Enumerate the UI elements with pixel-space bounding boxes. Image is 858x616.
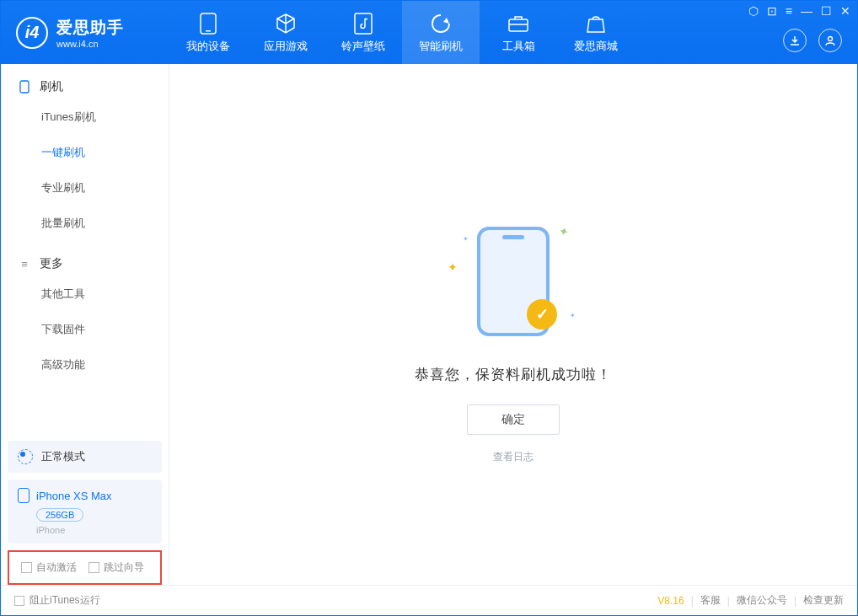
footer-service-link[interactable]: 客服 <box>700 593 721 608</box>
sidebar-header-flash: 刷机 <box>1 79 169 99</box>
main-panel: ✦ ✦ ✦ ✦ ✓ 恭喜您，保资料刷机成功啦！ 确定 查看日志 <box>169 64 857 585</box>
menu-icon[interactable]: ≡ <box>786 4 792 18</box>
sidebar-section-flash: 刷机 iTunes刷机 一键刷机 专业刷机 批量刷机 <box>1 64 169 241</box>
logo-icon: i4 <box>16 17 48 49</box>
header: i4 爱思助手 www.i4.cn 我的设备 应用游戏 铃声壁纸 智能刷机 工具… <box>1 1 857 64</box>
footer-update-link[interactable]: 检查更新 <box>803 593 844 608</box>
sidebar-item-batch[interactable]: 批量刷机 <box>1 206 169 241</box>
window-controls: ⬡ ⊡ ≡ — ☐ ✕ <box>748 4 850 18</box>
nav-toolbox[interactable]: 工具箱 <box>480 1 557 64</box>
sidebar-item-itunes[interactable]: iTunes刷机 <box>1 99 169 135</box>
checkbox-icon <box>88 562 99 573</box>
separator: | <box>691 595 694 607</box>
section-title: 更多 <box>40 256 63 271</box>
toolbox-icon <box>507 12 530 35</box>
footer: 阻止iTunes运行 V8.16 | 客服 | 微信公众号 | 检查更新 <box>1 585 857 615</box>
nav-label: 我的设备 <box>186 39 230 54</box>
check-block-itunes[interactable]: 阻止iTunes运行 <box>14 593 100 608</box>
mode-row[interactable]: 正常模式 <box>8 441 162 473</box>
success-illustration: ✦ ✦ ✦ ✦ ✓ <box>437 218 589 345</box>
nav-tabs: 我的设备 应用游戏 铃声壁纸 智能刷机 工具箱 爱思商城 <box>169 1 635 64</box>
device-icon <box>18 488 29 503</box>
user-icon[interactable] <box>818 29 842 52</box>
nav-label: 智能刷机 <box>419 39 463 54</box>
sidebar-bottom: 正常模式 iPhone XS Max 256GB iPhone 自动激活 跳过向… <box>1 441 169 585</box>
music-file-icon <box>351 12 375 35</box>
refresh-shield-icon <box>429 12 453 35</box>
footer-wechat-link[interactable]: 微信公众号 <box>737 593 787 608</box>
view-log-link[interactable]: 查看日志 <box>493 450 534 464</box>
maximize-icon[interactable]: ☐ <box>821 4 832 18</box>
device-capacity: 256GB <box>36 508 83 522</box>
check-skip-guide[interactable]: 跳过向导 <box>88 560 144 575</box>
checkbox-icon <box>14 596 24 606</box>
phone-icon <box>196 12 220 35</box>
device-type: iPhone <box>36 525 152 535</box>
success-message: 恭喜您，保资料刷机成功啦！ <box>415 365 612 384</box>
body: 刷机 iTunes刷机 一键刷机 专业刷机 批量刷机 ≡ 更多 其他工具 下载固… <box>1 64 857 585</box>
device-row[interactable]: iPhone XS Max 256GB iPhone <box>8 479 162 544</box>
nav-label: 工具箱 <box>502 39 535 54</box>
sidebar: 刷机 iTunes刷机 一键刷机 专业刷机 批量刷机 ≡ 更多 其他工具 下载固… <box>1 64 169 585</box>
sidebar-checks: 自动激活 跳过向导 <box>8 550 162 585</box>
separator: | <box>727 595 730 607</box>
checkmark-badge-icon: ✓ <box>527 299 557 329</box>
svg-rect-1 <box>206 30 211 32</box>
header-right <box>783 29 842 52</box>
nav-flash[interactable]: 智能刷机 <box>402 1 480 64</box>
svg-rect-5 <box>20 81 29 93</box>
logo-text: 爱思助手 www.i4.cn <box>56 17 124 49</box>
svg-rect-3 <box>509 19 528 31</box>
sidebar-item-onekey[interactable]: 一键刷机 <box>1 135 169 170</box>
nav-ringtones[interactable]: 铃声壁纸 <box>324 1 402 64</box>
spark-icon: ✦ <box>448 260 458 274</box>
list-icon: ≡ <box>18 257 31 271</box>
nav-store[interactable]: 爱思商城 <box>557 1 635 64</box>
spark-icon: ✦ <box>463 235 469 243</box>
download-icon[interactable] <box>783 29 807 52</box>
bag-icon <box>584 12 608 35</box>
nav-label: 铃声壁纸 <box>341 39 385 54</box>
nav-my-device[interactable]: 我的设备 <box>169 1 247 64</box>
mode-label: 正常模式 <box>41 449 85 464</box>
phone-small-icon <box>18 80 31 94</box>
sidebar-header-more: ≡ 更多 <box>1 256 169 276</box>
close-icon[interactable]: ✕ <box>840 4 850 18</box>
version-label: V8.16 <box>657 595 684 607</box>
sidebar-item-other[interactable]: 其他工具 <box>1 276 169 312</box>
svg-point-4 <box>829 37 833 41</box>
sidebar-item-pro[interactable]: 专业刷机 <box>1 170 169 206</box>
nav-apps[interactable]: 应用游戏 <box>247 1 324 64</box>
app-subtitle: www.i4.cn <box>56 39 124 49</box>
ok-button[interactable]: 确定 <box>467 404 560 435</box>
mode-icon <box>18 449 33 464</box>
device-name: iPhone XS Max <box>36 490 112 502</box>
check-auto-activate[interactable]: 自动激活 <box>21 560 77 575</box>
app-title: 爱思助手 <box>56 17 124 39</box>
spark-icon: ✦ <box>557 224 571 240</box>
nav-label: 应用游戏 <box>264 39 308 54</box>
device-name-row: iPhone XS Max <box>18 488 152 503</box>
sidebar-section-more: ≡ 更多 其他工具 下载固件 高级功能 <box>1 241 169 383</box>
sidebar-item-firmware[interactable]: 下载固件 <box>1 312 169 347</box>
cube-icon <box>274 12 298 35</box>
logo-area[interactable]: i4 爱思助手 www.i4.cn <box>1 17 169 49</box>
separator: | <box>794 595 796 607</box>
sidebar-item-advanced[interactable]: 高级功能 <box>1 347 169 383</box>
shirt-icon[interactable]: ⬡ <box>748 4 759 18</box>
minimize-icon[interactable]: — <box>801 4 812 18</box>
lock-icon[interactable]: ⊡ <box>767 4 777 18</box>
checkbox-icon <box>21 562 32 573</box>
spark-icon: ✦ <box>570 312 576 319</box>
section-title: 刷机 <box>40 79 63 94</box>
nav-label: 爱思商城 <box>574 39 618 54</box>
footer-right: V8.16 | 客服 | 微信公众号 | 检查更新 <box>657 593 844 608</box>
svg-rect-2 <box>355 13 372 34</box>
